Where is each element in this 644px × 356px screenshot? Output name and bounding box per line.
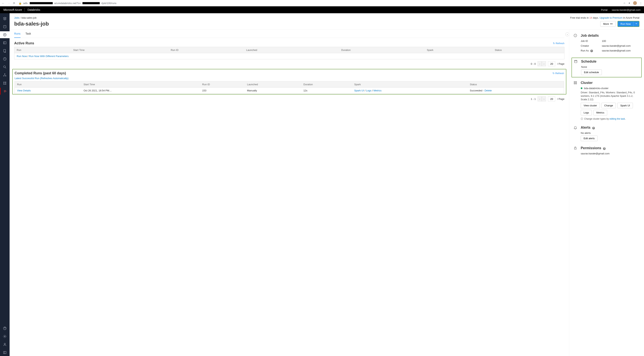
cluster-spark-ui-button[interactable]: Spark UI (617, 103, 633, 108)
brand-azure[interactable]: Microsoft Azure (4, 8, 22, 11)
star-icon[interactable]: ☆ (623, 2, 626, 5)
refresh-label: Refresh (556, 42, 564, 45)
col-runid: Run ID (200, 81, 245, 88)
back-icon[interactable]: ← (2, 2, 4, 5)
col-duration: Duration (301, 81, 352, 88)
help-icon[interactable]: ? (590, 50, 593, 52)
edit-alerts-button[interactable]: Edit alerts (581, 135, 598, 141)
metrics-link[interactable]: Metrics (374, 89, 382, 92)
col-spark: Spark (352, 81, 468, 88)
job-details-block: Job details Job ID100 Creatorsaurav.kara… (574, 34, 640, 54)
pager-per-page: / Page (557, 62, 564, 65)
more-button[interactable]: More ••• (600, 21, 616, 27)
svg-point-12 (5, 84, 6, 84)
tab-task[interactable]: Task (26, 30, 31, 38)
edit-schedule-button[interactable]: Edit schedule (581, 70, 602, 75)
cell-duration: 12s (301, 88, 352, 94)
svg-rect-3 (4, 50, 6, 52)
help-icon[interactable]: ? (592, 127, 595, 129)
trial-pre: Free trial ends in (570, 16, 589, 19)
left-nav (0, 13, 10, 356)
runas-value: saurav.karate@gmail.com (602, 49, 630, 52)
col-start: Start Time (71, 47, 168, 53)
pager-prev[interactable]: ‹ (538, 96, 542, 101)
nav-search-icon[interactable] (0, 64, 10, 70)
col-status: Status (492, 47, 564, 53)
nav-user-icon[interactable] (0, 341, 10, 348)
view-details-link[interactable]: View Details (17, 89, 31, 92)
nav-panel-icon[interactable] (0, 349, 10, 356)
brand-databricks[interactable]: Databricks (28, 8, 40, 11)
pager-size-input[interactable] (548, 61, 555, 66)
run-now-dropdown[interactable] (634, 21, 639, 27)
nav-jobs-icon[interactable] (0, 88, 10, 95)
nav-home-icon[interactable] (0, 15, 10, 22)
col-launched: Launched (245, 81, 301, 88)
collapse-panel-icon[interactable]: › (565, 33, 569, 36)
nav-repos-icon[interactable] (0, 47, 10, 54)
run-now-params-link[interactable]: Run Now With Different Parameters (29, 55, 68, 58)
url-post: #job/100/runs (101, 2, 116, 5)
svg-point-6 (4, 74, 5, 74)
permissions-heading: Permissions ? (581, 146, 640, 150)
address-bar[interactable]: 🔒 adb- azuredatabricks.net/?o= #job/100/… (17, 2, 621, 5)
cluster-metrics-button[interactable]: Metrics (593, 110, 607, 115)
svg-point-11 (4, 84, 4, 84)
logs-link[interactable]: Logs (366, 89, 371, 92)
delete-link[interactable]: Delete (484, 89, 492, 92)
editing-task-link[interactable]: editing the task (610, 117, 625, 120)
nav-recents-icon[interactable] (0, 56, 10, 62)
col-duration: Duration (339, 47, 424, 53)
portal-link[interactable]: Portal (601, 9, 608, 11)
col-runid: Run ID (168, 47, 244, 53)
pager-size-input[interactable] (548, 96, 555, 101)
nav-help-icon[interactable] (0, 325, 10, 332)
cell-runid: 153 (200, 88, 245, 94)
nav-data-icon[interactable] (0, 23, 10, 30)
alerts-block: Alerts ? No alerts Edit alerts (574, 126, 640, 141)
menu-icon[interactable]: ⋮ (640, 2, 642, 5)
completed-runs-heading: Completed Runs (past 60 days) (14, 71, 66, 75)
nav-create-icon[interactable] (0, 31, 10, 38)
bell-icon (574, 126, 578, 141)
profile-avatar[interactable] (633, 1, 637, 5)
view-cluster-button[interactable]: View cluster (581, 103, 600, 108)
pager-next[interactable]: › (542, 61, 546, 66)
svg-rect-22 (576, 83, 577, 84)
col-start: Start Time (81, 81, 200, 88)
info-small-icon: ⓘ (581, 117, 583, 120)
breadcrumb-jobs[interactable]: Jobs (14, 16, 19, 19)
tab-runs[interactable]: Runs (14, 30, 20, 38)
job-details-heading: Job details (581, 34, 640, 38)
help-icon[interactable]: ? (603, 147, 606, 150)
spark-ui-link[interactable]: Spark UI (354, 89, 364, 92)
pager-next[interactable]: › (542, 96, 546, 101)
breadcrumb-current: bda-sales-job (22, 16, 36, 19)
nav-settings-icon[interactable] (0, 333, 10, 340)
details-panel: Job details Job ID100 Creatorsaurav.kara… (569, 30, 644, 356)
permissions-user: saurav.karate@gmail.com (581, 152, 640, 155)
job-id-value: 100 (602, 40, 606, 43)
extensions-icon[interactable]: ✦ (628, 2, 630, 5)
active-runs-heading: Active Runs (14, 41, 34, 45)
tabs: Runs Task (14, 30, 564, 38)
run-now-button[interactable]: Run Now (618, 21, 634, 27)
user-email[interactable]: saurav.karate@gmail.com (612, 9, 640, 11)
active-runs-table: Run Start Time Run ID Launched Duration … (14, 47, 564, 59)
pager-prev[interactable]: ‹ (538, 61, 542, 66)
run-now-link[interactable]: Run Now (17, 55, 27, 58)
change-cluster-button[interactable]: Change (602, 103, 616, 108)
nav-workflows-icon[interactable] (0, 80, 10, 87)
refresh-completed-runs[interactable]: ↻ Refresh (552, 72, 564, 75)
refresh-active-runs[interactable]: ↻ Refresh (553, 42, 564, 45)
reload-icon[interactable]: ⟳ (13, 2, 15, 5)
nav-workspace-icon[interactable] (0, 39, 10, 46)
nav-compute-icon[interactable] (0, 72, 10, 79)
cluster-logs-button[interactable]: Logs (581, 110, 592, 115)
page-header: Jobs / bda-sales-job Free trial ends in … (10, 13, 644, 30)
cell-start: Oct 26 2021, 18:54 PM… (81, 88, 200, 94)
latest-successful-run-link[interactable]: Latest Successful Run (Refreshes Automat… (14, 77, 68, 80)
forward-icon[interactable]: → (8, 2, 10, 5)
upgrade-link[interactable]: Upgrade to Premium (600, 16, 622, 19)
schedule-block-highlight: Schedule None Edit schedule (572, 58, 642, 77)
